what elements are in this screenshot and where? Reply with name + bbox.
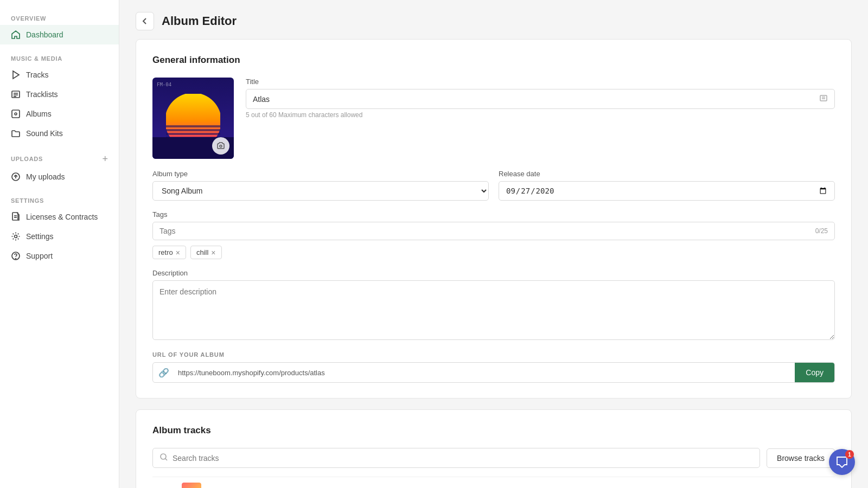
copy-button[interactable]: Copy <box>795 363 834 382</box>
title-input[interactable] <box>253 95 819 104</box>
track-item: ⠿ 1. Let's Talk ✕ <box>152 477 835 488</box>
tracks-search-wrap <box>152 448 760 468</box>
sidebar-item-dashboard[interactable]: Dashboard <box>0 25 119 44</box>
play-icon <box>11 70 21 80</box>
description-label: Description <box>152 269 835 277</box>
page-title: Album Editor <box>162 14 237 28</box>
remove-tag-retro[interactable]: × <box>176 249 180 256</box>
sidebar-item-sound-kits[interactable]: Sound Kits <box>0 124 119 143</box>
svg-point-24 <box>220 145 222 147</box>
tags-list: retro × chill × <box>152 246 835 259</box>
release-date-label: Release date <box>499 170 835 178</box>
settings-label: Settings <box>26 232 54 241</box>
album-tracks-title: Album tracks <box>152 425 835 436</box>
tag-chip-retro: retro × <box>152 246 186 259</box>
sidebar: OVERVIEW Dashboard MUSIC & MEDIA Tracks … <box>0 0 119 488</box>
settings-section-label: SETTINGS <box>0 193 119 207</box>
tags-count: 0/25 <box>815 227 828 235</box>
tracks-label: Tracks <box>26 70 48 79</box>
music-media-section-label: MUSIC & MEDIA <box>0 51 119 65</box>
my-uploads-label: My uploads <box>26 172 65 181</box>
tracks-search-row: Browse tracks <box>152 448 835 468</box>
tags-label: Tags <box>152 210 835 219</box>
tag-label-retro: retro <box>158 248 173 256</box>
url-section-label: URL OF YOUR ALBUM <box>152 351 835 358</box>
chat-badge: 1 <box>845 450 854 459</box>
album-cover-wrapper: FM-04 <box>152 78 234 159</box>
help-icon <box>11 251 21 261</box>
tags-input[interactable] <box>159 227 815 235</box>
overview-section-label: OVERVIEW <box>0 11 119 25</box>
svg-rect-21 <box>166 133 220 135</box>
uploads-section-label: UPLOADS <box>11 156 43 162</box>
gear-icon <box>11 232 21 241</box>
description-section: Description <box>152 269 835 342</box>
sound-kits-label: Sound Kits <box>26 129 63 138</box>
album-icon <box>11 109 21 119</box>
title-section: Title 5 out of 60 Maximum characters all… <box>246 78 835 159</box>
add-upload-button[interactable]: + <box>102 154 108 164</box>
list-input-icon <box>819 94 828 104</box>
svg-point-14 <box>16 259 16 259</box>
home-icon <box>11 30 21 40</box>
uploads-section: UPLOADS + <box>0 150 119 167</box>
svg-rect-30 <box>182 483 201 488</box>
album-tracks-card: Album tracks Browse tracks ⠿ 1. <box>136 409 852 488</box>
chat-widget[interactable]: 1 <box>829 449 855 475</box>
sidebar-item-licenses[interactable]: Licenses & Contracts <box>0 207 119 227</box>
page-header: Album Editor <box>119 0 868 39</box>
album-type-field: Album type Song Album EP Single Mixtape <box>152 170 489 201</box>
tags-input-row: 0/25 <box>152 222 835 240</box>
link-icon: 🔗 <box>153 368 175 378</box>
upload-icon <box>11 172 21 182</box>
licenses-label: Licenses & Contracts <box>26 213 98 221</box>
sidebar-item-tracks[interactable]: Tracks <box>0 65 119 85</box>
albums-label: Albums <box>26 110 52 118</box>
url-row: 🔗 Copy <box>152 362 835 383</box>
type-date-row: Album type Song Album EP Single Mixtape … <box>152 170 835 201</box>
list-icon <box>11 89 21 99</box>
dashboard-label: Dashboard <box>26 30 63 39</box>
title-input-row <box>246 89 835 109</box>
document-icon <box>11 212 21 222</box>
svg-rect-5 <box>12 110 20 118</box>
browse-tracks-button[interactable]: Browse tracks <box>767 448 835 468</box>
description-textarea[interactable] <box>152 280 835 340</box>
track-thumb-1 <box>182 483 201 488</box>
sidebar-item-tracklists[interactable]: Tracklists <box>0 85 119 104</box>
title-label: Title <box>246 78 835 86</box>
album-type-label: Album type <box>152 170 489 178</box>
album-type-select[interactable]: Song Album EP Single Mixtape <box>152 181 489 201</box>
url-section: URL OF YOUR ALBUM 🔗 Copy <box>152 351 835 383</box>
release-date-input[interactable] <box>499 181 835 201</box>
url-input[interactable] <box>175 363 795 382</box>
svg-line-29 <box>165 459 168 461</box>
svg-rect-19 <box>166 125 220 127</box>
tag-label-chill: chill <box>196 248 208 256</box>
svg-point-6 <box>15 113 17 115</box>
main-content: Album Editor General information <box>119 0 868 488</box>
tracklists-label: Tracklists <box>26 90 58 99</box>
change-cover-button[interactable] <box>212 137 229 155</box>
svg-text:FM-04: FM-04 <box>157 82 171 87</box>
tag-chip-chill: chill × <box>190 246 222 259</box>
sidebar-item-albums[interactable]: Albums <box>0 104 119 124</box>
release-date-field: Release date <box>499 170 835 201</box>
general-info-title: General information <box>152 55 835 66</box>
tags-section: Tags 0/25 retro × chill × <box>152 210 835 259</box>
sidebar-item-settings[interactable]: Settings <box>0 227 119 246</box>
search-icon <box>159 453 168 463</box>
folder-icon <box>11 129 21 138</box>
tracks-search-input[interactable] <box>173 454 753 463</box>
svg-rect-9 <box>12 213 18 220</box>
title-char-hint: 5 out of 60 Maximum characters allowed <box>246 111 835 119</box>
svg-rect-25 <box>820 95 827 101</box>
general-info-top: FM-04 <box>152 78 835 159</box>
sidebar-item-my-uploads[interactable]: My uploads <box>0 167 119 187</box>
svg-marker-0 <box>13 71 19 79</box>
support-label: Support <box>26 252 53 260</box>
remove-tag-chill[interactable]: × <box>211 249 215 256</box>
svg-rect-20 <box>166 129 220 131</box>
back-button[interactable] <box>136 12 154 30</box>
sidebar-item-support[interactable]: Support <box>0 246 119 266</box>
